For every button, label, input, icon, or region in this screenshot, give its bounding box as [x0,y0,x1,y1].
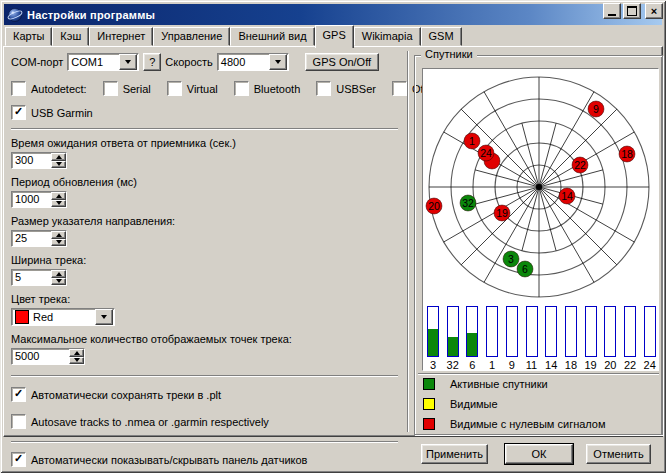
checkbox-virtual[interactable] [167,81,182,96]
com-port-help-button[interactable]: ? [143,53,161,71]
checkbox-row-serial: Serial [103,81,151,96]
checkbox-label-sensors-panel[interactable]: Автоматически показывать/скрывать панель… [31,454,307,466]
tab-internet[interactable]: Интернет [89,27,153,46]
svg-text:24: 24 [480,147,492,159]
checkbox-sensors-panel[interactable] [11,452,26,467]
satellite-marker: 32 [460,195,476,211]
spin-down-button[interactable] [69,357,84,365]
max-points-spinner[interactable]: 5000 [11,348,85,365]
tab-wikimapia[interactable]: Wikimapia [354,27,421,46]
minimize-button[interactable] [603,3,621,19]
checkbox-usb-garmin[interactable] [11,105,26,120]
close-icon: × [651,6,657,16]
tab-gsm[interactable]: GSM [421,27,462,46]
checkbox-label-bluetooth[interactable]: Bluetooth [254,83,300,95]
satellite-marker: 24 [478,145,494,161]
separator [11,441,398,443]
checkbox-row-sensors-panel: Автоматически показывать/скрывать панель… [11,452,406,467]
track-width-spinner[interactable]: 5 [11,269,67,286]
checkbox-label-autosave-plt[interactable]: Автоматически сохранять треки в .plt [31,389,221,401]
satellites-plot-panel: 912418221432201936 33261911141819202224 [422,68,659,371]
checkbox-autodetect[interactable] [11,81,26,96]
legend-label: Активные спутники [450,378,548,390]
spin-up-button[interactable] [51,153,66,161]
spin-up-button[interactable] [51,231,66,239]
checkbox-label-autosave-nmea[interactable]: Autosave tracks to .nmea or .garmin resp… [31,416,269,428]
spin-up-button[interactable] [51,270,66,278]
close-button[interactable]: × [645,3,663,19]
chevron-down-icon[interactable] [119,54,137,70]
legend-row: Видимые с нулевым сигналом [423,418,606,430]
satellite-marker: 19 [494,205,510,221]
separator [11,375,398,377]
tab-cache[interactable]: Кэш [52,27,89,46]
apply-button[interactable]: Применить [421,444,488,464]
autosave-checkboxes: Автоматически сохранять треки в .pltAuto… [11,387,406,429]
spin-down-button[interactable] [51,200,66,208]
checkbox-autosave-plt[interactable] [11,387,26,402]
checkbox-serial[interactable] [103,81,118,96]
checkbox-autosave-nmea[interactable] [11,414,26,429]
checkbox-label-usbser[interactable]: USBSer [336,83,376,95]
checkbox-row-virtual: Virtual [167,81,218,96]
tab-gps[interactable]: GPS [315,25,354,48]
chevron-down-icon[interactable] [95,309,113,325]
usb-garmin-row: USB Garmin [11,105,406,120]
com-port-label: COM-порт [11,56,63,68]
checkbox-row-bluetooth: Bluetooth [234,81,300,96]
receiver-timeout-spinner[interactable]: 300 [11,152,67,169]
maximize-icon [627,6,637,16]
signal-bar-24 [644,306,656,357]
svg-text:22: 22 [574,159,586,171]
checkbox-others[interactable] [392,81,407,96]
signal-bar-22 [624,306,636,357]
track-color-select[interactable]: Red [11,308,115,326]
signal-bar-3 [427,306,439,357]
spin-down-button[interactable] [51,161,66,169]
spin-up-button[interactable] [51,192,66,200]
signal-bar-9 [506,306,518,357]
title-bar: Настройки программы [4,4,662,25]
com-port-select[interactable]: COM1 [67,53,139,71]
spin-up-button[interactable] [69,349,84,357]
signal-bar-14 [545,306,557,357]
signal-bar-label: 24 [638,359,662,371]
tab-maps[interactable]: Карты [5,27,52,46]
checkbox-label-autodetect[interactable]: Autodetect: [31,83,87,95]
checkbox-row-usb-garmin: USB Garmin [11,105,406,120]
satellite-marker: 14 [559,188,575,204]
tab-appearance[interactable]: Внешний вид [230,27,314,46]
checkbox-label-serial[interactable]: Serial [123,83,151,95]
legend-swatch-zero [423,418,435,430]
settings-window: Настройки программы × КартыКэшИнтернетУп… [0,0,666,473]
checkbox-row-autosave-nmea: Autosave tracks to .nmea or .garmin resp… [11,414,406,429]
satellite-marker: 6 [517,261,533,277]
checkbox-row-usbser: USBSer [316,81,376,96]
window-controls: × [603,3,663,19]
legend-swatch-visible [423,398,435,410]
checkbox-bluetooth[interactable] [234,81,249,96]
field-label-update-period: Период обновления (мс) [11,176,406,188]
legend-row: Видимые [423,398,498,410]
checkbox-label-virtual[interactable]: Virtual [187,83,218,95]
satellite-polar-plot: 912418221432201936 [423,69,658,305]
satellite-marker: 1 [464,133,480,149]
checkbox-label-usb-garmin[interactable]: USB Garmin [31,107,93,119]
ok-button[interactable]: ОК [505,444,573,464]
maximize-button[interactable] [623,3,641,19]
vertical-separator [407,51,409,432]
tab-control[interactable]: Управление [153,27,230,46]
field-label-receiver-timeout: Время ожидания ответа от приемника (сек.… [11,137,406,149]
field-label-track-width: Ширина трека: [11,254,406,266]
gps-onoff-button[interactable]: GPS On/Off [305,53,379,71]
update-period-spinner[interactable]: 1000 [11,191,67,208]
spin-fields: Время ожидания ответа от приемника (сек.… [11,137,406,286]
spin-down-button[interactable] [51,239,66,247]
cancel-button[interactable]: Отменить [586,444,651,464]
pointer-size-spinner[interactable]: 25 [11,230,67,247]
checkbox-usbser[interactable] [316,81,331,96]
chevron-down-icon[interactable] [269,54,287,70]
spinner-value: 25 [12,231,51,246]
spin-down-button[interactable] [51,278,66,286]
speed-select[interactable]: 4800 [217,53,289,71]
